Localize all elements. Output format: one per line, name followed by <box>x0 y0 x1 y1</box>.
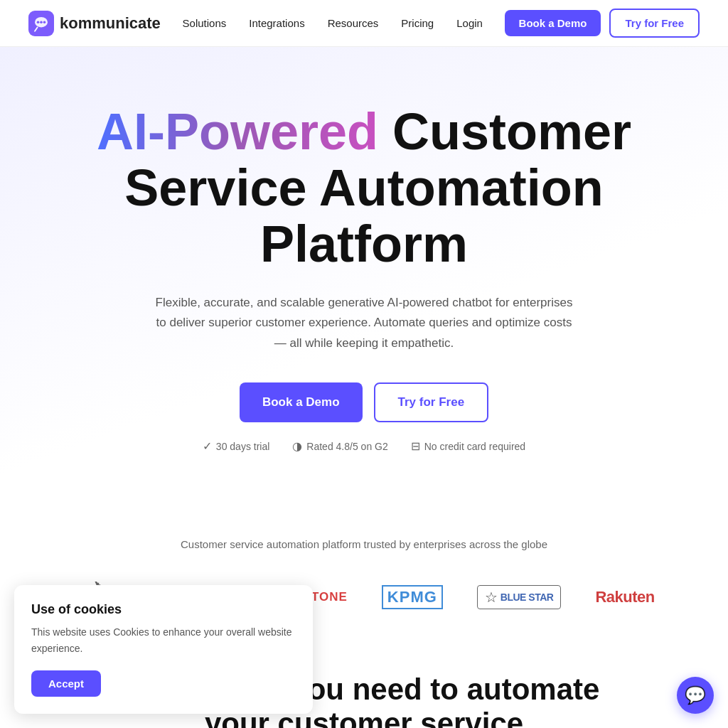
nav-solutions[interactable]: Solutions <box>183 17 227 29</box>
nav-pricing[interactable]: Pricing <box>401 17 434 29</box>
nav-book-demo-button[interactable]: Book a Demo <box>505 10 601 36</box>
hero-buttons: Book a Demo Try for Free <box>28 382 700 422</box>
nav-try-free-button[interactable]: Try for Free <box>609 9 700 38</box>
hero-try-free-button[interactable]: Try for Free <box>374 382 489 422</box>
nav-links: Solutions Integrations Resources Pricing… <box>183 17 483 29</box>
cookie-banner: Use of cookies This website uses Cookies… <box>14 585 313 714</box>
rakuten-text: Rakuten <box>595 588 654 606</box>
navbar: kommunicate Solutions Integrations Resou… <box>0 0 728 47</box>
trust-trial-text: 30 days trial <box>216 441 269 452</box>
logo-link[interactable]: kommunicate <box>28 11 161 36</box>
nav-resources[interactable]: Resources <box>328 17 379 29</box>
logo-icon <box>28 11 54 36</box>
trust-no-cc-text: No credit card required <box>424 441 525 452</box>
trust-no-cc: ⊟ No credit card required <box>411 439 525 453</box>
logo-kpmg: KPMG <box>382 585 443 609</box>
hero-subtitle: Flexible, accurate, and scalable generat… <box>151 293 577 355</box>
cookie-title: Use of cookies <box>31 602 296 617</box>
chat-icon: 💬 <box>685 685 706 705</box>
trust-trial: ✓ 30 days trial <box>203 439 269 453</box>
no-cc-icon: ⊟ <box>411 439 420 453</box>
check-icon: ✓ <box>203 439 212 453</box>
g2-icon: ◑ <box>292 439 302 453</box>
nav-login[interactable]: Login <box>456 17 483 29</box>
trust-rating-text: Rated 4.8/5 on G2 <box>306 441 387 452</box>
logo-rakuten: Rakuten <box>595 588 654 606</box>
bluestar-star-icon: ☆ <box>485 589 498 606</box>
logo-bluestar: ☆ BLUE STAR <box>477 585 562 609</box>
nav-integrations[interactable]: Integrations <box>249 17 304 29</box>
svg-point-2 <box>37 21 40 23</box>
hero-title-gradient: AI-Powered <box>97 103 378 160</box>
logo-text: kommunicate <box>60 14 161 33</box>
cookie-accept-button[interactable]: Accept <box>31 670 101 697</box>
hero-trust: ✓ 30 days trial ◑ Rated 4.8/5 on G2 ⊟ No… <box>28 439 700 453</box>
logos-title: Customer service automation platform tru… <box>28 538 700 550</box>
svg-point-4 <box>43 21 46 23</box>
svg-point-3 <box>40 21 43 23</box>
hero-book-demo-button[interactable]: Book a Demo <box>240 382 363 422</box>
bluestar-text: BLUE STAR <box>500 592 554 603</box>
trust-rating: ◑ Rated 4.8/5 on G2 <box>292 439 387 453</box>
kpmg-text: KPMG <box>382 585 443 609</box>
hero-title: AI-Powered Customer Service Automation P… <box>28 104 700 273</box>
hero-section: AI-Powered Customer Service Automation P… <box>0 47 728 496</box>
cookie-text: This website uses Cookies to enhance you… <box>31 624 296 656</box>
nav-right: Book a Demo Try for Free <box>505 9 700 38</box>
chat-button[interactable]: 💬 <box>677 677 714 714</box>
